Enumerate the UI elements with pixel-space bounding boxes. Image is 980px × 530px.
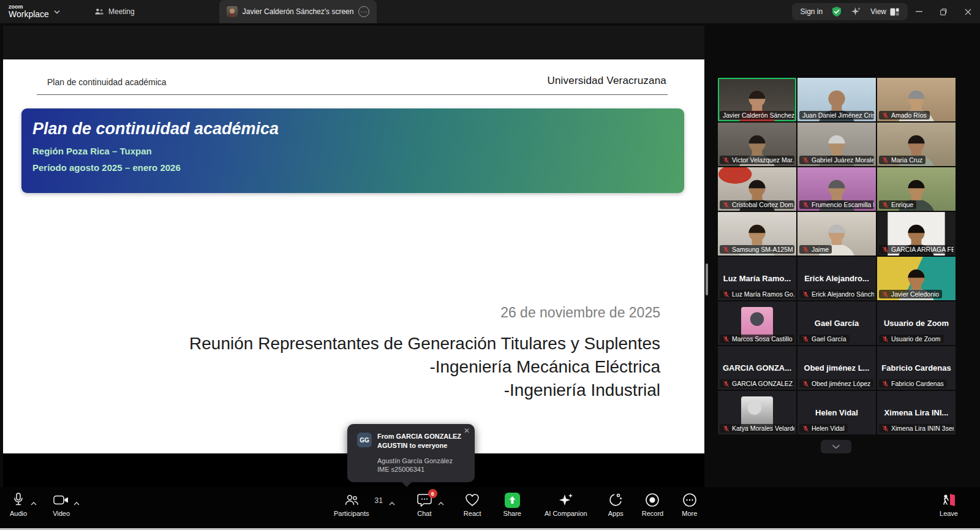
- tab-shared-screen[interactable]: Javier Calderón Sánchez's screen ...: [219, 0, 377, 23]
- participant-tile[interactable]: Enrique: [877, 167, 956, 211]
- meeting-toolbar: Audio Video Participants 31: [0, 487, 980, 528]
- share-button[interactable]: Share: [503, 487, 521, 517]
- participants-count: 31: [374, 487, 382, 505]
- participant-tile[interactable]: Usuario de ZoomUsuario de Zoom: [877, 301, 956, 345]
- participant-tile[interactable]: Ximena Lira INI...Ximena Lira ININ 3sem: [877, 391, 956, 434]
- participant-tile[interactable]: Erick Alejandro...Erick Alejandro Sánch.…: [797, 257, 876, 300]
- apps-button[interactable]: Apps: [608, 487, 624, 517]
- view-label: View: [870, 7, 886, 16]
- participant-tile[interactable]: Cristobal Cortez Dom...: [718, 167, 796, 211]
- participant-name-label: GARCIA GONZALEZ A...: [720, 379, 794, 388]
- participant-tile[interactable]: Maria Cruz: [877, 123, 956, 166]
- participants-button[interactable]: Participants: [334, 487, 369, 517]
- participant-tile[interactable]: Obed jiménez L...Obed jiménez López: [797, 346, 876, 390]
- apps-label: Apps: [608, 510, 624, 517]
- record-button[interactable]: Record: [642, 487, 663, 517]
- maximize-button[interactable]: [931, 0, 956, 23]
- chat-options-chevron[interactable]: [438, 487, 444, 508]
- react-button[interactable]: React: [464, 487, 481, 517]
- participant-name-label: Juan Daniel Jiménez Cris...: [799, 111, 874, 119]
- close-button[interactable]: [956, 0, 980, 23]
- participant-tile[interactable]: Javier Calderón Sánchez: [718, 78, 796, 121]
- participant-tile[interactable]: Helen VidalHelen Vidal: [797, 391, 876, 434]
- participant-tile[interactable]: Fabricio CardenasFabricio Cardenas: [877, 346, 956, 390]
- muted-mic-icon: [882, 291, 889, 298]
- participant-name-label: Usuario de Zoom: [879, 335, 944, 343]
- participant-name-label: Jaime: [799, 245, 832, 254]
- participants-options-chevron[interactable]: [389, 487, 395, 508]
- participant-tile[interactable]: Gabriel Juárez Morales: [797, 123, 876, 166]
- muted-mic-icon: [882, 380, 889, 387]
- participant-name-label: Amado Ríos: [879, 111, 930, 119]
- participant-tile[interactable]: Jaime: [797, 212, 876, 256]
- sign-in-button[interactable]: Sign in: [801, 7, 823, 16]
- participant-tile[interactable]: GARCIA ARRIAGA FER...: [877, 212, 956, 256]
- chat-notification-popup[interactable]: GG From GARCIA GONZALEZ AGUSTIN to every…: [347, 424, 475, 482]
- video-button[interactable]: Video: [53, 487, 70, 517]
- participant-name-label: Obed jiménez López: [799, 379, 873, 388]
- participant-tile[interactable]: Javier Celedonio: [877, 257, 956, 300]
- tab-meeting[interactable]: Meeting: [88, 0, 141, 23]
- muted-mic-icon: [723, 425, 729, 432]
- banner-title: Plan de continuidad académica: [32, 119, 279, 138]
- participant-tile[interactable]: Luz María Ramo...Luz María Ramos Go...: [718, 257, 796, 300]
- muted-mic-icon: [802, 246, 809, 253]
- participants-label: Participants: [334, 510, 369, 517]
- chat-popup-message: Agustín García González IME s25006341: [377, 456, 466, 474]
- participant-tile[interactable]: Marcos Sosa Castillo: [718, 301, 796, 345]
- muted-mic-icon: [723, 246, 729, 253]
- participant-name-label: Marcos Sosa Castillo: [720, 335, 794, 343]
- audio-options-chevron[interactable]: [31, 487, 37, 508]
- ai-sparkle-icon[interactable]: [851, 6, 862, 17]
- participant-name-label: Katya Morales Velarde: [720, 424, 794, 433]
- tab-meeting-label: Meeting: [108, 7, 135, 16]
- gallery-scrollbar[interactable]: [706, 263, 708, 295]
- slide-line-3: -Ingeniería Industrial: [189, 379, 660, 402]
- more-button[interactable]: More: [682, 487, 697, 517]
- participant-name-label: Javier Calderón Sánchez: [720, 111, 794, 119]
- tab-shared-screen-label: Javier Calderón Sánchez's screen: [243, 7, 354, 16]
- participant-tile[interactable]: Frumencio Escamilla R.: [797, 167, 876, 211]
- zoom-workplace-logo[interactable]: zoom Workplace: [0, 4, 71, 19]
- participant-gallery: Javier Calderón SánchezJuan Daniel Jimén…: [718, 78, 956, 434]
- view-button[interactable]: View: [870, 7, 899, 16]
- participant-name-label: Erick Alejandro Sánch...: [799, 290, 874, 298]
- record-label: Record: [642, 510, 663, 517]
- participant-tile[interactable]: Juan Daniel Jiménez Cris...: [797, 78, 876, 121]
- slide-header-right: Universidad Veracruzana: [547, 75, 666, 87]
- participant-name-label: Enrique: [879, 200, 916, 209]
- participant-tile[interactable]: Victor Velazquez Mar...: [718, 123, 796, 166]
- participant-name-label: Samsung SM-A125M: [720, 245, 794, 254]
- gallery-scroll-down-button[interactable]: [821, 440, 851, 453]
- participants-icon: [344, 492, 359, 508]
- audio-button[interactable]: Audio: [10, 487, 27, 517]
- muted-mic-icon: [723, 291, 729, 298]
- participant-name-label: Ximena Lira ININ 3sem: [879, 424, 954, 433]
- audio-label: Audio: [10, 510, 27, 517]
- close-icon[interactable]: ✕: [464, 426, 470, 435]
- window-controls: [907, 0, 980, 23]
- ai-companion-button[interactable]: AI Companion: [545, 487, 587, 517]
- muted-mic-icon: [882, 157, 889, 164]
- minimize-button[interactable]: [907, 0, 931, 23]
- participant-name-label: Gabriel Juárez Morales: [799, 156, 874, 164]
- video-options-chevron[interactable]: [74, 487, 80, 508]
- muted-mic-icon: [802, 291, 809, 298]
- participant-tile[interactable]: Amado Ríos: [877, 78, 956, 121]
- chat-button[interactable]: 6 Chat: [417, 487, 432, 517]
- leave-button[interactable]: Leave: [940, 487, 958, 517]
- presentation-slide: Plan de continuidad académica Universida…: [3, 59, 704, 453]
- participant-name-label: Frumencio Escamilla R.: [799, 200, 874, 209]
- share-label: Share: [503, 510, 521, 517]
- participant-tile[interactable]: Samsung SM-A125M: [718, 212, 796, 256]
- security-shield-icon[interactable]: [831, 6, 842, 17]
- banner-period: Período agosto 2025 – enero 2026: [32, 162, 181, 173]
- slide-header-rule: [37, 94, 668, 95]
- participant-tile[interactable]: Gael GarcíaGael García: [797, 301, 876, 345]
- muted-mic-icon: [802, 336, 809, 343]
- participant-tile[interactable]: GARCIA GONZA...GARCIA GONZALEZ A...: [718, 346, 796, 390]
- tab-options-icon[interactable]: ...: [358, 6, 369, 17]
- view-layout-icon: [890, 8, 899, 16]
- participant-tile[interactable]: Katya Morales Velarde: [718, 391, 796, 434]
- muted-mic-icon: [723, 157, 729, 164]
